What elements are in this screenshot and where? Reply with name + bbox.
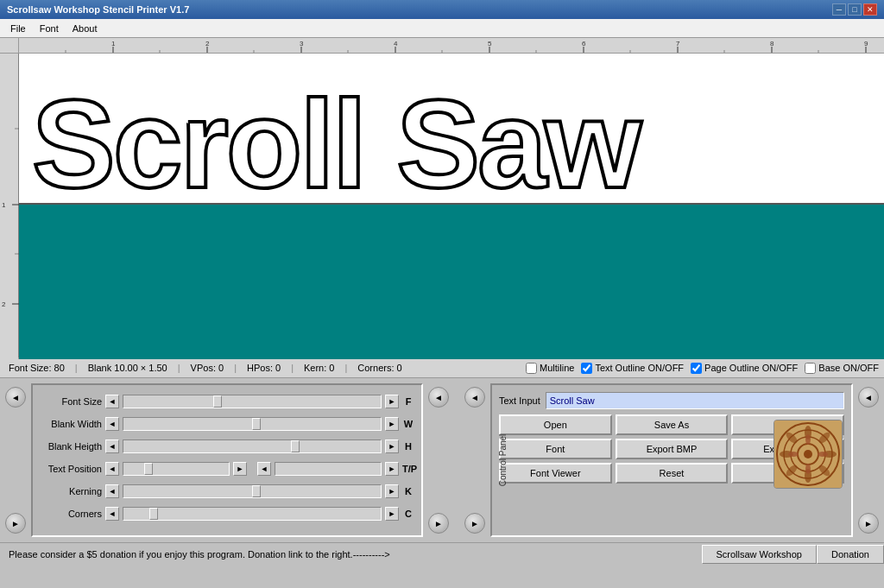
font-size-track[interactable] <box>123 395 382 408</box>
donation-message: Please consider a $5 donation if you enj… <box>0 549 702 560</box>
blank-width-track[interactable] <box>123 417 382 431</box>
multiline-check-item: Multiline <box>526 363 574 374</box>
blank-width-right-label: W <box>402 419 414 429</box>
font-size-row: Font Size ◄ ► F <box>40 392 414 411</box>
menu-bar: File Font About <box>0 19 884 38</box>
top-right-side-btn[interactable]: ◄ <box>428 387 449 408</box>
rp-bottom-left-btn[interactable]: ► <box>464 513 485 534</box>
donation-button[interactable]: Donation <box>817 545 884 564</box>
teal-area <box>19 206 884 359</box>
close-button[interactable]: ✕ <box>863 3 877 16</box>
blank-width-right-btn[interactable]: ► <box>385 417 399 431</box>
svg-text:3: 3 <box>300 40 304 47</box>
kerning-row: Kerning ◄ ► K <box>40 482 414 501</box>
text-outline-check-item: Text Outline ON/OFF <box>581 363 684 374</box>
buttons-and-deco: Open Save As Print Font Export BMP Expor… <box>499 414 844 484</box>
rp-top-right-btn[interactable]: ◄ <box>858 387 879 408</box>
bottom-left-side-btn[interactable]: ► <box>5 513 26 534</box>
minimize-button[interactable]: ─ <box>832 3 846 16</box>
page-outline-checkbox[interactable] <box>691 363 702 374</box>
status-checkboxes: Multiline Text Outline ON/OFF Page Outli… <box>526 363 879 374</box>
corners-left-btn[interactable]: ◄ <box>105 507 119 521</box>
maximize-button[interactable]: □ <box>848 3 862 16</box>
rp-top-left-btn[interactable]: ◄ <box>464 387 485 408</box>
font-size-left-btn[interactable]: ◄ <box>105 395 119 408</box>
scroll-saw-text: Scroll Saw <box>32 74 643 205</box>
text-pos-left-btn[interactable]: ◄ <box>105 462 119 476</box>
title-bar: Scrollsaw Workshop Stencil Printer V1.7 … <box>0 0 884 19</box>
corners-track[interactable] <box>123 507 382 521</box>
kerning-thumb[interactable] <box>252 485 261 497</box>
text-pos-right-label: T/P <box>402 464 414 474</box>
blank-width-left-btn[interactable]: ◄ <box>105 417 119 431</box>
font-viewer-button[interactable]: Font Viewer <box>499 463 612 484</box>
font-size-thumb[interactable] <box>213 395 222 408</box>
control-panel-label: Control Panel <box>498 434 508 487</box>
corners-right-btn[interactable]: ► <box>385 507 399 521</box>
open-button[interactable]: Open <box>499 414 612 435</box>
kerning-track[interactable] <box>123 484 382 498</box>
blank-height-row: Blank Heigth ◄ ► H <box>40 437 414 456</box>
blank-height-label: Blank Heigth <box>40 441 102 452</box>
right-side-btns: ◄ ► <box>428 383 449 537</box>
text-position-track2[interactable] <box>275 462 382 476</box>
status-corners: Corners: 0 <box>354 362 405 374</box>
menu-file[interactable]: File <box>3 22 33 35</box>
base-checkbox[interactable] <box>805 363 816 374</box>
multiline-label: Multiline <box>540 363 574 373</box>
ruler-left: 1 2 <box>0 54 19 359</box>
sliders-panel: Font Size ◄ ► F Blank Width ◄ ► W Blank … <box>31 383 423 537</box>
left-side-btns: ◄ ► <box>5 383 26 537</box>
bottom-right-side-btn[interactable]: ► <box>428 513 449 534</box>
status-kern: Kern: 0 <box>300 362 338 374</box>
scrollsaw-workshop-button[interactable]: Scrollsaw Workshop <box>702 545 817 564</box>
blank-width-row: Blank Width ◄ ► W <box>40 414 414 433</box>
decorative-image <box>774 420 843 489</box>
save-as-button[interactable]: Save As <box>616 414 729 435</box>
text-pos-right-left-btn[interactable]: ◄ <box>257 462 271 476</box>
drawing-area: Scroll Saw <box>19 54 884 359</box>
svg-point-51 <box>788 452 799 457</box>
text-position-track[interactable] <box>123 462 230 476</box>
text-input-field[interactable] <box>546 392 844 409</box>
svg-text:1: 1 <box>2 201 6 209</box>
text-position-thumb[interactable] <box>144 463 153 475</box>
blank-height-track[interactable] <box>123 439 382 453</box>
blank-height-right-label: H <box>402 441 414 452</box>
text-outline-checkbox[interactable] <box>581 363 592 374</box>
paper: Scroll Saw <box>19 54 884 205</box>
svg-text:6: 6 <box>582 40 586 47</box>
text-input-row: Text Input <box>499 392 844 409</box>
font-button[interactable]: Font <box>499 439 612 459</box>
rp-bottom-right-btn[interactable]: ► <box>858 513 879 534</box>
blank-height-left-btn[interactable]: ◄ <box>105 439 119 453</box>
corners-thumb[interactable] <box>149 508 158 520</box>
text-pos-mid-right-btn[interactable]: ► <box>233 462 247 476</box>
text-position-label: Text Position <box>40 464 102 474</box>
top-left-side-btn[interactable]: ◄ <box>5 387 26 408</box>
window-title: Scrollsaw Workshop Stencil Printer V1.7 <box>7 4 189 15</box>
status-hpos: HPos: 0 <box>243 362 284 374</box>
blank-height-right-btn[interactable]: ► <box>385 439 399 453</box>
corners-label: Corners <box>40 509 102 519</box>
svg-point-50 <box>805 464 811 474</box>
reset-button[interactable]: Reset <box>616 463 729 484</box>
menu-font[interactable]: Font <box>33 22 66 35</box>
font-size-label: Font Size <box>40 396 102 407</box>
menu-about[interactable]: About <box>66 22 104 35</box>
export-bmp-button[interactable]: Export BMP <box>616 439 729 459</box>
blank-height-thumb[interactable] <box>291 440 300 452</box>
stencil-text-svg: Scroll Saw <box>19 54 884 205</box>
kerning-right-label: K <box>402 486 414 496</box>
blank-width-thumb[interactable] <box>252 418 261 430</box>
multiline-checkbox[interactable] <box>526 363 537 374</box>
kerning-left-btn[interactable]: ◄ <box>105 484 119 498</box>
svg-point-52 <box>818 452 828 457</box>
svg-text:5: 5 <box>488 40 492 47</box>
kerning-right-btn[interactable]: ► <box>385 484 399 498</box>
text-pos-right-btn[interactable]: ► <box>385 462 399 476</box>
corners-right-label: C <box>402 509 414 519</box>
font-size-right-btn[interactable]: ► <box>385 395 399 408</box>
svg-text:2: 2 <box>2 300 6 308</box>
ruler-top: /* ruler drawn below */ 1 2 3 4 5 6 7 8 <box>19 38 884 53</box>
